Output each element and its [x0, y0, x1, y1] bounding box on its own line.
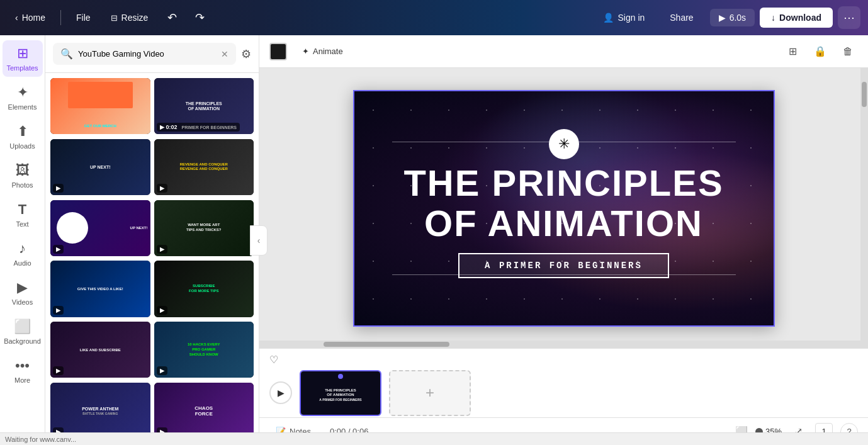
- add-slide-button[interactable]: +: [389, 370, 471, 416]
- sign-in-button[interactable]: 👤 Sign in: [594, 9, 653, 26]
- dots-icon: ⋯: [843, 11, 855, 25]
- timeline-slides: ▶ THE PRINCIPLESOF ANIMATIONA PRIMER FOR…: [259, 368, 868, 417]
- more-icon: •••: [15, 358, 30, 374]
- chevron-left-icon: ‹: [15, 13, 18, 23]
- h-scroll-thumb: [324, 342, 449, 347]
- templates-grid: GET OUR MERCH THE PRINCIPLESOF ANIMATION…: [45, 73, 259, 445]
- left-sidebar: ⊞ Templates ✦ Elements ⬆ Uploads 🖼 Photo…: [0, 35, 45, 445]
- hide-panel-button[interactable]: ‹: [250, 225, 268, 256]
- photos-icon: 🖼: [16, 162, 30, 179]
- clear-search-button[interactable]: ✕: [221, 49, 228, 59]
- search-input[interactable]: [78, 49, 216, 59]
- sidebar-item-audio[interactable]: ♪ Audio: [3, 235, 43, 272]
- sidebar-item-text[interactable]: T Text: [3, 196, 43, 233]
- sidebar-item-label: Templates: [6, 64, 38, 72]
- audio-icon: ♪: [19, 240, 26, 257]
- sidebar-item-more[interactable]: ••• More: [3, 352, 43, 389]
- templates-icon: ⊞: [17, 45, 28, 62]
- template-card[interactable]: UP NEXT! ▶: [50, 139, 150, 195]
- sidebar-item-label: Videos: [12, 298, 33, 306]
- sidebar-item-photos[interactable]: 🖼 Photos: [3, 157, 43, 194]
- file-label: File: [76, 13, 91, 23]
- color-swatch[interactable]: [269, 43, 287, 60]
- search-input-wrap: 🔍 ✕: [53, 43, 236, 65]
- sliders-icon: ⊞: [789, 45, 797, 57]
- scroll-thumb: [862, 82, 867, 107]
- sidebar-item-elements[interactable]: ✦ Elements: [3, 79, 43, 116]
- delete-button[interactable]: 🗑: [838, 42, 858, 62]
- customize-button[interactable]: ⊞: [782, 42, 803, 62]
- more-options-button[interactable]: ⋯: [838, 6, 860, 29]
- background-icon: ⬜: [14, 318, 31, 335]
- template-card[interactable]: UP NEXT! ▶: [50, 200, 150, 256]
- animate-label: Animate: [313, 47, 343, 56]
- text-icon: T: [18, 201, 26, 218]
- templates-panel: 🔍 ✕ ⚙ GET OUR MERCH THE PRINCIPLESOF ANI…: [45, 35, 259, 445]
- videos-icon: ▶: [17, 279, 28, 296]
- resize-label: Resize: [121, 13, 149, 23]
- canvas-toolbar: ✦ Animate ⊞ 🔒 🗑: [259, 35, 868, 68]
- canvas-area: ✦ Animate ⊞ 🔒 🗑 ✳: [259, 35, 868, 445]
- sidebar-item-videos[interactable]: ▶ Videos: [3, 274, 43, 311]
- canvas-slide[interactable]: ✳ THE PRINCIPLES OF ANIMATION A PRIMER F…: [353, 90, 775, 327]
- template-card[interactable]: CHAOSFORCE ▶: [154, 383, 254, 439]
- timeline-play-button[interactable]: ▶: [269, 381, 292, 404]
- sidebar-item-label: Elements: [8, 103, 37, 111]
- slide-dot: [338, 374, 343, 379]
- search-icon: 🔍: [60, 48, 73, 60]
- search-bar: 🔍 ✕ ⚙: [45, 35, 259, 73]
- template-card[interactable]: GIVE THIS VIDEO A LIKE! ▶: [50, 261, 150, 317]
- trash-icon: 🗑: [843, 46, 853, 57]
- play-badge: ▶0:02 PRIMER FOR BEGINNERS: [157, 123, 240, 132]
- template-card[interactable]: SUBSCRIBEFOR MORE TIPS ▶: [154, 261, 254, 317]
- uploads-icon: ⬆: [17, 123, 28, 140]
- play-time-label: 6.0s: [730, 13, 746, 23]
- file-button[interactable]: File: [69, 9, 98, 26]
- lock-button[interactable]: 🔒: [810, 42, 830, 62]
- sign-in-label: Sign in: [617, 13, 645, 23]
- sidebar-item-templates[interactable]: ⊞ Templates: [3, 40, 43, 77]
- sidebar-item-background[interactable]: ⬜ Background: [3, 313, 43, 350]
- download-label: Download: [779, 13, 821, 23]
- template-card[interactable]: POWER ANTHEMbattle tank gaming ▶: [50, 383, 150, 439]
- play-icon: ▶: [719, 13, 726, 23]
- sidebar-item-label: Uploads: [9, 142, 35, 150]
- vertical-scrollbar[interactable]: [860, 68, 868, 348]
- template-card[interactable]: LIKE AND SUBSCRIBE ▶: [50, 322, 150, 378]
- sidebar-item-label: Photos: [11, 181, 33, 189]
- main-area: ⊞ Templates ✦ Elements ⬆ Uploads 🖼 Photo…: [0, 35, 868, 445]
- sidebar-item-uploads[interactable]: ⬆ Uploads: [3, 118, 43, 155]
- animate-button[interactable]: ✦ Animate: [295, 43, 351, 60]
- template-card[interactable]: GET OUR MERCH: [50, 78, 150, 134]
- slide-title-line1: THE PRINCIPLES: [403, 162, 723, 203]
- lock-icon: 🔒: [814, 45, 826, 57]
- redo-button[interactable]: ↷: [188, 6, 211, 29]
- resize-icon: ⊟: [111, 13, 118, 23]
- share-label: Share: [670, 13, 693, 23]
- user-icon: 👤: [603, 13, 614, 23]
- animate-icon: ✦: [302, 47, 309, 56]
- sidebar-item-label: Text: [16, 220, 28, 228]
- resize-button[interactable]: ⊟ Resize: [103, 9, 156, 26]
- timeline-controls: ♡: [259, 349, 868, 368]
- share-button[interactable]: Share: [658, 9, 704, 26]
- sidebar-item-label: Background: [4, 337, 41, 345]
- filter-icon[interactable]: ⚙: [241, 47, 251, 61]
- template-card[interactable]: WANT MORE ARTTIPS AND TRICKS? ▶: [154, 200, 254, 256]
- download-button[interactable]: ↓ Download: [760, 8, 833, 28]
- template-card[interactable]: REVENGE AND CONQUERREVENGE AND CONQUER ▶: [154, 139, 254, 195]
- heart-icon[interactable]: ♡: [269, 354, 278, 366]
- slide-title-line2: OF ANIMATION: [424, 203, 703, 244]
- template-card[interactable]: THE PRINCIPLESOF ANIMATION ▶0:02 PRIMER …: [154, 78, 254, 134]
- home-label: Home: [22, 13, 45, 23]
- nav-right: 👤 Sign in Share ▶ 6.0s ↓ Download ⋯: [594, 6, 860, 29]
- horizontal-scrollbar[interactable]: [259, 341, 860, 348]
- elements-icon: ✦: [17, 84, 28, 101]
- template-card[interactable]: 10 HACKS EVERYPRO GAMERSHOULD KNOW ▶: [154, 322, 254, 378]
- play-time-button[interactable]: ▶ 6.0s: [710, 9, 755, 26]
- slide-content: THE PRINCIPLES OF ANIMATION A PRIMER FOR…: [354, 91, 774, 325]
- timeline-slide[interactable]: THE PRINCIPLESOF ANIMATIONA PRIMER FOR B…: [300, 370, 381, 416]
- undo-button[interactable]: ↶: [161, 6, 183, 29]
- home-button[interactable]: ‹ Home: [8, 9, 53, 26]
- status-bar: Waiting for www.canv...: [0, 432, 868, 445]
